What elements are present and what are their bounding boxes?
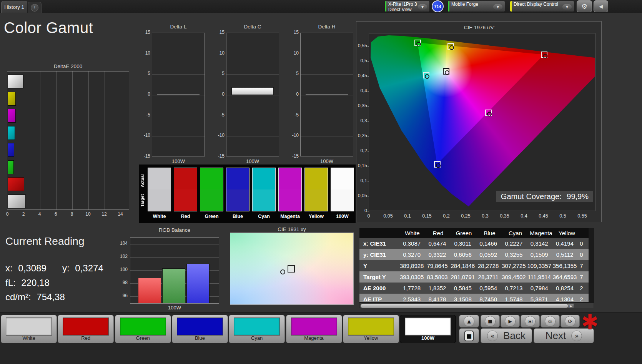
delta-bar-zero [306, 95, 348, 95]
rgb-balance-title: RGB Balance [130, 227, 219, 233]
gamut-coverage-label: Gamut Coverage: [501, 192, 562, 201]
cie-y-tick: 0,3 [356, 118, 367, 123]
delta-y-tick: -5 [135, 112, 150, 118]
delta-gridline [152, 74, 205, 75]
cie-y-tick: 0,55 [356, 43, 367, 48]
delta-y-tick: 5 [283, 71, 299, 76]
delta-x-label: 100W [152, 158, 205, 164]
delta-y-tick: 5 [209, 71, 225, 76]
table-cell: 0,3270 [399, 251, 424, 258]
source-status-accent [448, 1, 449, 12]
rgb-bar-green [162, 268, 185, 303]
strip-label: Green [200, 214, 223, 219]
tab-history-1[interactable]: History 1 [1, 1, 27, 13]
tab-label: History 1 [4, 4, 24, 10]
transport-refresh-button[interactable]: ⟳ [561, 315, 580, 327]
table-horizontal-scrollbar[interactable]: ▶ [359, 303, 594, 308]
patch-button-cyan[interactable]: Cyan [229, 315, 285, 343]
cie1931-target-square [288, 265, 295, 273]
patch-label: Blue [172, 335, 228, 341]
workflow-selector[interactable]: Direct Display Control ▼ [510, 1, 574, 12]
patch-button-yellow[interactable]: Yellow [343, 315, 399, 343]
patch-button-100w[interactable]: 100W [400, 315, 456, 343]
delta-y-tick: -10 [209, 133, 225, 138]
cie1976-title: CIE 1976 u'v' [356, 25, 602, 30]
cie-y-tick: 0,15 [356, 163, 367, 168]
table-cell: 5,3871 [527, 296, 552, 302]
deltae-gridline [72, 71, 73, 209]
transport-play-button[interactable]: ▶ [501, 315, 520, 327]
rgb-gridline [130, 257, 219, 258]
back-button[interactable]: « Back [481, 328, 532, 343]
table-row-label: ΔE 2000 [359, 285, 399, 291]
delta-gridline [152, 116, 205, 116]
delta-y-tick: 15 [135, 30, 150, 35]
cie-x-tick: 0,4 [516, 213, 532, 219]
cie-y-tickmark [368, 196, 369, 196]
source-selector[interactable]: Mobile Forge ▼ [447, 1, 505, 12]
transport-loop-button[interactable]: ∞ [541, 315, 560, 327]
delta-y-tick: 5 [135, 71, 150, 76]
delta-bar-zero [157, 95, 200, 95]
add-tab-button[interactable]: + [28, 2, 42, 13]
collapse-panel-button[interactable]: ◀ [594, 0, 608, 12]
meter-count-badge[interactable]: 714 [432, 0, 444, 12]
stop-square-icon: ■ [466, 332, 472, 339]
deltae-plot [7, 71, 129, 210]
table-cell: 307,2725 [501, 263, 526, 269]
patch-button-blue[interactable]: Blue [172, 315, 228, 343]
delta-y-tick: -10 [283, 133, 299, 138]
strip-swatch-cyan [252, 168, 276, 211]
delta-y-tick: 10 [209, 50, 225, 56]
strip-swatch-target [200, 189, 223, 211]
deltae-gridline [121, 71, 121, 209]
rgb-y-tick: 102 [115, 254, 128, 259]
strip-swatch-actual [226, 168, 249, 189]
patch-label: Yellow [343, 335, 399, 341]
patch-button-magenta[interactable]: Magenta [286, 315, 342, 343]
scroll-right-icon[interactable]: ▶ [568, 304, 574, 308]
cie-x-tick: 0,05 [381, 213, 396, 219]
meter-selector[interactable]: X-Rite i1Pro 3 Direct View ▼ [384, 1, 430, 12]
table-cell: 0,6474 [424, 240, 450, 247]
table-cell: 2,5343 [399, 296, 424, 302]
patch-label: Red [58, 335, 113, 341]
delta-y-tick: -5 [283, 112, 299, 118]
reading-cd-label: cd/m²: [5, 292, 31, 302]
deltae-bar-magenta [8, 109, 16, 123]
cie-y-tick: 0,35 [356, 103, 367, 108]
h-scroll-thumb[interactable] [361, 304, 568, 308]
next-label: Next [546, 330, 566, 342]
patch-label: Cyan [229, 335, 284, 341]
deltae-gridline [40, 71, 40, 209]
delta-gridline [226, 74, 279, 75]
table-cell: 1,8352 [424, 285, 450, 291]
cie-x-tick: 0,2 [439, 213, 454, 219]
settings-button[interactable]: ⚙ [577, 0, 592, 12]
bottom-bar: WhiteRedGreenBlueCyanMagentaYellow100W ▲… [0, 312, 642, 364]
delta-gridline [301, 116, 353, 116]
cie-x-tick: 0,5 [555, 213, 570, 219]
app-window: History 1 + X-Rite i1Pro 3 Direct View ▼… [0, 0, 642, 364]
deltae-x-tick: 12 [100, 211, 109, 217]
table-row: ΔE 20001,77281,83520,58450,59540,72130,7… [359, 283, 589, 294]
table-cell-clipped: 7 [577, 263, 589, 269]
strip-row-label-target: Target [140, 190, 146, 211]
table-cell: 0,3255 [501, 251, 526, 258]
patch-button-red[interactable]: Red [58, 315, 114, 343]
level-up-button[interactable]: ▲ [459, 315, 479, 327]
patch-button-white[interactable]: White [1, 315, 57, 343]
reading-cd: cd/m²: 754,38 [5, 292, 65, 303]
table-header-cell: Blue [477, 230, 502, 236]
patch-swatch [291, 317, 337, 336]
table-row-label: x: CIE31 [359, 240, 399, 247]
delta-x-label: 100W [226, 158, 279, 164]
table-cell: 309,4502 [501, 274, 526, 280]
table-row: ΔE ITP2,53438,41783,15088,74501,57485,38… [359, 294, 589, 302]
patch-swatch [63, 317, 109, 336]
patch-button-green[interactable]: Green [115, 315, 171, 343]
transport-stop-button[interactable]: ■ [481, 315, 500, 327]
transport-step-button[interactable]: [▪] [521, 315, 540, 327]
delta-y-tick: 0 [135, 91, 150, 97]
pattern-window-button[interactable]: ■ [459, 328, 479, 343]
